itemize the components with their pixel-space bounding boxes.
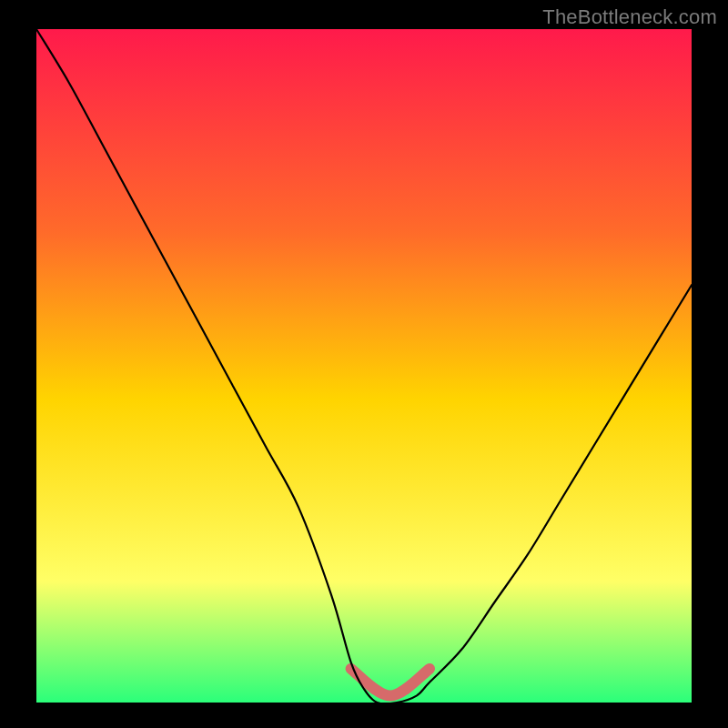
bottleneck-chart: [0, 0, 728, 728]
chart-frame: TheBottleneck.com: [0, 0, 728, 728]
plot-background: [36, 29, 692, 703]
